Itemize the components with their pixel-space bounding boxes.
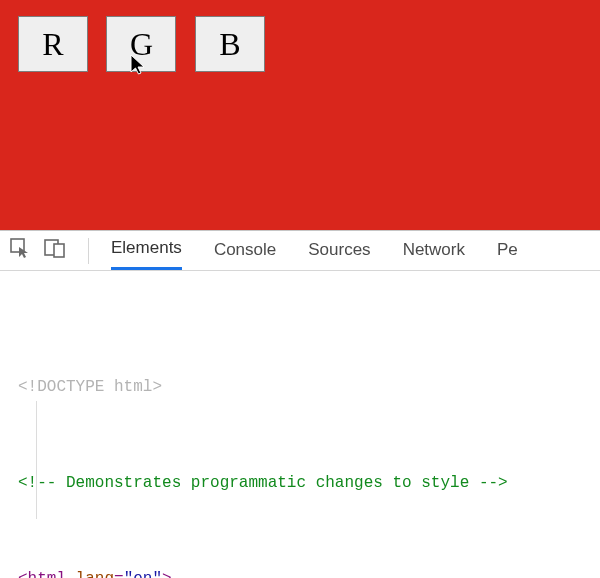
dom-html-open[interactable]: <html lang="en"> <box>14 567 600 578</box>
dom-tree[interactable]: <!DOCTYPE html> <!-- Demonstrates progra… <box>0 271 600 578</box>
tab-elements[interactable]: Elements <box>111 231 182 270</box>
rendered-page: R G B <box>0 0 600 230</box>
svg-rect-2 <box>54 244 64 257</box>
green-button[interactable]: G <box>106 16 176 72</box>
device-toggle-icon[interactable] <box>44 238 66 263</box>
dom-doctype[interactable]: <!DOCTYPE html> <box>14 375 600 399</box>
blue-button[interactable]: B <box>195 16 265 72</box>
red-button[interactable]: R <box>18 16 88 72</box>
tab-network[interactable]: Network <box>403 231 465 270</box>
devtools-panel: Elements Console Sources Network Pe <!DO… <box>0 230 600 578</box>
dom-comment[interactable]: <!-- Demonstrates programmatic changes t… <box>14 471 600 495</box>
inspect-element-icon[interactable] <box>10 238 30 263</box>
tab-performance-partial[interactable]: Pe <box>497 231 518 270</box>
tab-sources[interactable]: Sources <box>308 231 370 270</box>
devtools-toolbar: Elements Console Sources Network Pe <box>0 231 600 271</box>
tab-console[interactable]: Console <box>214 231 276 270</box>
